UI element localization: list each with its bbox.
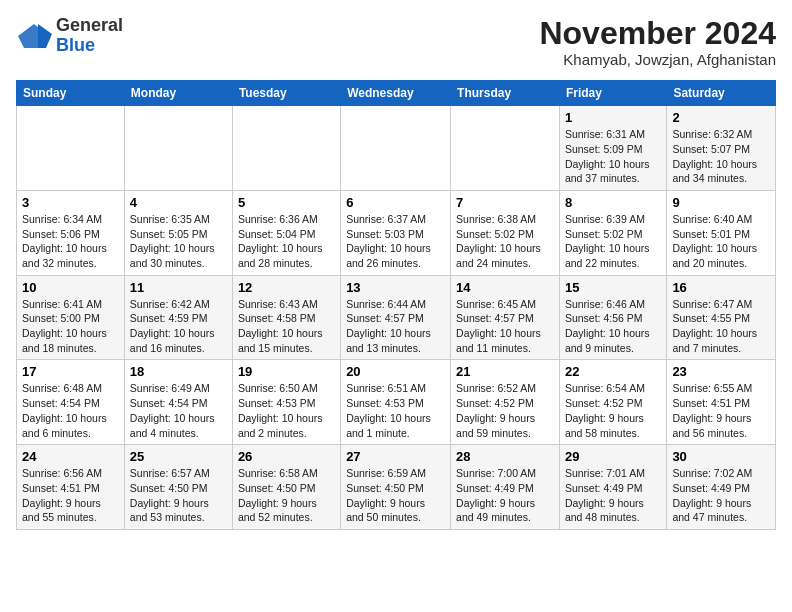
day-info: Sunrise: 6:45 AM Sunset: 4:57 PM Dayligh… bbox=[456, 297, 554, 356]
day-info: Sunrise: 6:31 AM Sunset: 5:09 PM Dayligh… bbox=[565, 127, 661, 186]
day-number: 7 bbox=[456, 195, 554, 210]
day-number: 10 bbox=[22, 280, 119, 295]
calendar-cell: 24Sunrise: 6:56 AM Sunset: 4:51 PM Dayli… bbox=[17, 445, 125, 530]
day-info: Sunrise: 6:42 AM Sunset: 4:59 PM Dayligh… bbox=[130, 297, 227, 356]
calendar-cell: 3Sunrise: 6:34 AM Sunset: 5:06 PM Daylig… bbox=[17, 190, 125, 275]
day-info: Sunrise: 6:49 AM Sunset: 4:54 PM Dayligh… bbox=[130, 381, 227, 440]
day-info: Sunrise: 6:57 AM Sunset: 4:50 PM Dayligh… bbox=[130, 466, 227, 525]
week-row-1: 1Sunrise: 6:31 AM Sunset: 5:09 PM Daylig… bbox=[17, 106, 776, 191]
day-info: Sunrise: 6:38 AM Sunset: 5:02 PM Dayligh… bbox=[456, 212, 554, 271]
calendar-cell: 9Sunrise: 6:40 AM Sunset: 5:01 PM Daylig… bbox=[667, 190, 776, 275]
day-info: Sunrise: 6:40 AM Sunset: 5:01 PM Dayligh… bbox=[672, 212, 770, 271]
svg-marker-1 bbox=[38, 24, 52, 48]
title-block: November 2024 Khamyab, Jowzjan, Afghanis… bbox=[539, 16, 776, 68]
day-number: 4 bbox=[130, 195, 227, 210]
day-info: Sunrise: 6:41 AM Sunset: 5:00 PM Dayligh… bbox=[22, 297, 119, 356]
calendar-cell: 6Sunrise: 6:37 AM Sunset: 5:03 PM Daylig… bbox=[341, 190, 451, 275]
day-number: 2 bbox=[672, 110, 770, 125]
calendar-cell bbox=[232, 106, 340, 191]
day-number: 8 bbox=[565, 195, 661, 210]
calendar-cell: 30Sunrise: 7:02 AM Sunset: 4:49 PM Dayli… bbox=[667, 445, 776, 530]
day-info: Sunrise: 6:48 AM Sunset: 4:54 PM Dayligh… bbox=[22, 381, 119, 440]
calendar-cell: 1Sunrise: 6:31 AM Sunset: 5:09 PM Daylig… bbox=[559, 106, 666, 191]
calendar-cell: 17Sunrise: 6:48 AM Sunset: 4:54 PM Dayli… bbox=[17, 360, 125, 445]
day-number: 9 bbox=[672, 195, 770, 210]
day-number: 11 bbox=[130, 280, 227, 295]
day-info: Sunrise: 6:35 AM Sunset: 5:05 PM Dayligh… bbox=[130, 212, 227, 271]
week-row-4: 17Sunrise: 6:48 AM Sunset: 4:54 PM Dayli… bbox=[17, 360, 776, 445]
calendar-cell: 22Sunrise: 6:54 AM Sunset: 4:52 PM Dayli… bbox=[559, 360, 666, 445]
day-info: Sunrise: 6:46 AM Sunset: 4:56 PM Dayligh… bbox=[565, 297, 661, 356]
day-number: 12 bbox=[238, 280, 335, 295]
day-info: Sunrise: 6:51 AM Sunset: 4:53 PM Dayligh… bbox=[346, 381, 445, 440]
day-info: Sunrise: 6:50 AM Sunset: 4:53 PM Dayligh… bbox=[238, 381, 335, 440]
calendar-cell bbox=[451, 106, 560, 191]
weekday-header-friday: Friday bbox=[559, 81, 666, 106]
calendar-cell: 19Sunrise: 6:50 AM Sunset: 4:53 PM Dayli… bbox=[232, 360, 340, 445]
day-number: 27 bbox=[346, 449, 445, 464]
calendar-cell: 29Sunrise: 7:01 AM Sunset: 4:49 PM Dayli… bbox=[559, 445, 666, 530]
weekday-header-saturday: Saturday bbox=[667, 81, 776, 106]
day-info: Sunrise: 6:58 AM Sunset: 4:50 PM Dayligh… bbox=[238, 466, 335, 525]
day-number: 14 bbox=[456, 280, 554, 295]
calendar-cell: 27Sunrise: 6:59 AM Sunset: 4:50 PM Dayli… bbox=[341, 445, 451, 530]
day-info: Sunrise: 6:36 AM Sunset: 5:04 PM Dayligh… bbox=[238, 212, 335, 271]
calendar-cell: 26Sunrise: 6:58 AM Sunset: 4:50 PM Dayli… bbox=[232, 445, 340, 530]
day-number: 28 bbox=[456, 449, 554, 464]
calendar-cell: 8Sunrise: 6:39 AM Sunset: 5:02 PM Daylig… bbox=[559, 190, 666, 275]
calendar-cell: 28Sunrise: 7:00 AM Sunset: 4:49 PM Dayli… bbox=[451, 445, 560, 530]
day-number: 13 bbox=[346, 280, 445, 295]
day-info: Sunrise: 7:00 AM Sunset: 4:49 PM Dayligh… bbox=[456, 466, 554, 525]
calendar-cell: 18Sunrise: 6:49 AM Sunset: 4:54 PM Dayli… bbox=[124, 360, 232, 445]
calendar-cell: 10Sunrise: 6:41 AM Sunset: 5:00 PM Dayli… bbox=[17, 275, 125, 360]
day-number: 6 bbox=[346, 195, 445, 210]
day-number: 25 bbox=[130, 449, 227, 464]
calendar-table: SundayMondayTuesdayWednesdayThursdayFrid… bbox=[16, 80, 776, 530]
day-number: 30 bbox=[672, 449, 770, 464]
day-number: 21 bbox=[456, 364, 554, 379]
calendar-cell bbox=[341, 106, 451, 191]
day-number: 23 bbox=[672, 364, 770, 379]
calendar-cell: 2Sunrise: 6:32 AM Sunset: 5:07 PM Daylig… bbox=[667, 106, 776, 191]
weekday-header-row: SundayMondayTuesdayWednesdayThursdayFrid… bbox=[17, 81, 776, 106]
day-info: Sunrise: 7:01 AM Sunset: 4:49 PM Dayligh… bbox=[565, 466, 661, 525]
calendar-cell bbox=[124, 106, 232, 191]
day-number: 1 bbox=[565, 110, 661, 125]
calendar-cell: 16Sunrise: 6:47 AM Sunset: 4:55 PM Dayli… bbox=[667, 275, 776, 360]
day-info: Sunrise: 6:34 AM Sunset: 5:06 PM Dayligh… bbox=[22, 212, 119, 271]
day-number: 20 bbox=[346, 364, 445, 379]
calendar-cell: 12Sunrise: 6:43 AM Sunset: 4:58 PM Dayli… bbox=[232, 275, 340, 360]
week-row-3: 10Sunrise: 6:41 AM Sunset: 5:00 PM Dayli… bbox=[17, 275, 776, 360]
week-row-2: 3Sunrise: 6:34 AM Sunset: 5:06 PM Daylig… bbox=[17, 190, 776, 275]
calendar-cell: 4Sunrise: 6:35 AM Sunset: 5:05 PM Daylig… bbox=[124, 190, 232, 275]
logo-text: General Blue bbox=[56, 16, 123, 56]
location: Khamyab, Jowzjan, Afghanistan bbox=[539, 51, 776, 68]
calendar-cell: 13Sunrise: 6:44 AM Sunset: 4:57 PM Dayli… bbox=[341, 275, 451, 360]
day-number: 19 bbox=[238, 364, 335, 379]
calendar-cell: 21Sunrise: 6:52 AM Sunset: 4:52 PM Dayli… bbox=[451, 360, 560, 445]
calendar-cell: 14Sunrise: 6:45 AM Sunset: 4:57 PM Dayli… bbox=[451, 275, 560, 360]
day-number: 15 bbox=[565, 280, 661, 295]
calendar-cell: 5Sunrise: 6:36 AM Sunset: 5:04 PM Daylig… bbox=[232, 190, 340, 275]
day-info: Sunrise: 6:37 AM Sunset: 5:03 PM Dayligh… bbox=[346, 212, 445, 271]
week-row-5: 24Sunrise: 6:56 AM Sunset: 4:51 PM Dayli… bbox=[17, 445, 776, 530]
page-header: General Blue November 2024 Khamyab, Jowz… bbox=[16, 16, 776, 68]
day-info: Sunrise: 6:55 AM Sunset: 4:51 PM Dayligh… bbox=[672, 381, 770, 440]
day-info: Sunrise: 6:32 AM Sunset: 5:07 PM Dayligh… bbox=[672, 127, 770, 186]
day-info: Sunrise: 6:56 AM Sunset: 4:51 PM Dayligh… bbox=[22, 466, 119, 525]
day-info: Sunrise: 7:02 AM Sunset: 4:49 PM Dayligh… bbox=[672, 466, 770, 525]
calendar-cell: 11Sunrise: 6:42 AM Sunset: 4:59 PM Dayli… bbox=[124, 275, 232, 360]
logo: General Blue bbox=[16, 16, 123, 56]
day-info: Sunrise: 6:39 AM Sunset: 5:02 PM Dayligh… bbox=[565, 212, 661, 271]
day-number: 26 bbox=[238, 449, 335, 464]
day-number: 24 bbox=[22, 449, 119, 464]
weekday-header-sunday: Sunday bbox=[17, 81, 125, 106]
calendar-cell: 23Sunrise: 6:55 AM Sunset: 4:51 PM Dayli… bbox=[667, 360, 776, 445]
day-number: 3 bbox=[22, 195, 119, 210]
day-number: 18 bbox=[130, 364, 227, 379]
day-info: Sunrise: 6:54 AM Sunset: 4:52 PM Dayligh… bbox=[565, 381, 661, 440]
day-number: 22 bbox=[565, 364, 661, 379]
month-title: November 2024 bbox=[539, 16, 776, 51]
weekday-header-tuesday: Tuesday bbox=[232, 81, 340, 106]
day-number: 5 bbox=[238, 195, 335, 210]
